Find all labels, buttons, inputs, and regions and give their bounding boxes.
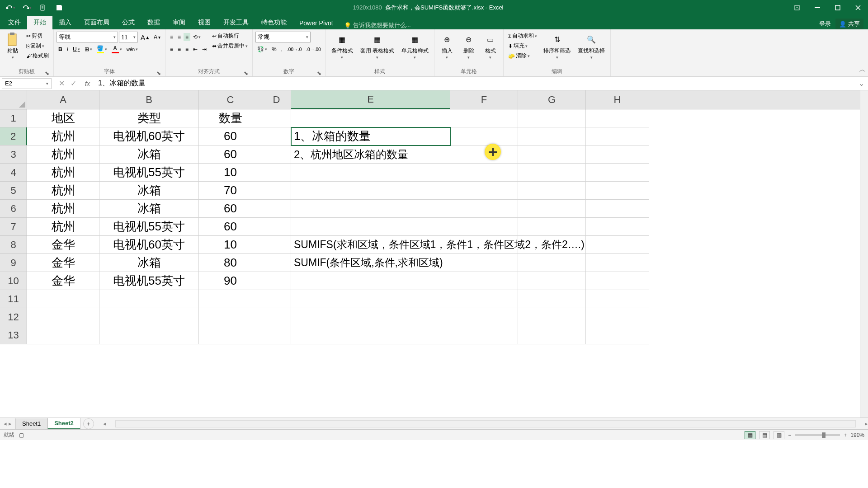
cell-B1[interactable]: 类型 <box>99 109 199 127</box>
decrease-decimal-button[interactable]: .0→.00 <box>304 46 322 53</box>
cell-C12[interactable] <box>199 308 262 326</box>
find-select-button[interactable]: 🔍查找和选择▾ <box>575 31 608 61</box>
orientation-button[interactable]: ⟲▾ <box>191 33 203 41</box>
cell-G7[interactable] <box>518 218 586 236</box>
accounting-format-button[interactable]: 💱▾ <box>255 45 269 53</box>
horizontal-scrollbar[interactable] <box>115 420 856 427</box>
cell-F9[interactable] <box>450 254 518 272</box>
increase-font-button[interactable]: A▴ <box>139 33 151 42</box>
cell-F6[interactable] <box>450 200 518 218</box>
cell-G10[interactable] <box>518 272 586 290</box>
cell-B2[interactable]: 电视机60英寸 <box>99 127 199 145</box>
delete-cells-button[interactable]: ⊖删除▾ <box>459 31 479 61</box>
col-header-C[interactable]: C <box>199 90 262 109</box>
cell-G13[interactable] <box>518 326 586 344</box>
tab-data[interactable]: 数据 <box>141 16 166 29</box>
cell-C8[interactable]: 10 <box>199 236 262 254</box>
redo-button[interactable]: ▾ <box>20 2 33 13</box>
italic-button[interactable]: I <box>65 45 70 53</box>
clear-button[interactable]: 🧽清除▾ <box>506 51 539 61</box>
cell-H13[interactable] <box>586 326 649 344</box>
cell-A3[interactable]: 杭州 <box>27 145 99 164</box>
cell-E1[interactable] <box>291 109 450 127</box>
col-header-H[interactable]: H <box>586 90 649 109</box>
fill-button[interactable]: ⬇填充▾ <box>506 41 539 51</box>
cell-H12[interactable] <box>586 308 649 326</box>
cell-F13[interactable] <box>450 326 518 344</box>
cell-A10[interactable]: 金华 <box>27 272 99 290</box>
cell-E8[interactable]: SUMIFS(求和区域，条件区域1，条件1，条件区域2，条件2….) <box>291 236 450 254</box>
enter-formula-button[interactable]: ✓ <box>68 79 79 88</box>
save-button[interactable] <box>52 2 66 13</box>
cancel-formula-button[interactable]: ✕ <box>56 79 67 88</box>
percent-format-button[interactable]: % <box>270 45 278 53</box>
cell-F3[interactable] <box>450 145 518 164</box>
sheet-tab-2[interactable]: Sheet2 <box>47 418 80 429</box>
vertical-scrollbar[interactable] <box>860 90 868 418</box>
col-header-E[interactable]: E <box>291 90 450 109</box>
select-all-button[interactable] <box>0 90 27 109</box>
align-bottom-button[interactable]: ≡ <box>184 33 190 41</box>
cell-F12[interactable] <box>450 308 518 326</box>
font-size-select[interactable]: 11▾ <box>119 32 138 42</box>
col-header-D[interactable]: D <box>262 90 291 109</box>
tell-me-search[interactable]: 💡 告诉我您想要做什么... <box>344 21 411 29</box>
cell-A12[interactable] <box>27 308 99 326</box>
cell-E13[interactable] <box>291 326 450 344</box>
cell-E11[interactable] <box>291 290 450 308</box>
tab-review[interactable]: 审阅 <box>166 16 192 29</box>
cell-D5[interactable] <box>262 182 291 200</box>
cell-B12[interactable] <box>99 308 199 326</box>
cell-C6[interactable]: 60 <box>199 200 262 218</box>
cell-A9[interactable]: 金华 <box>27 254 99 272</box>
cell-B10[interactable]: 电视机55英寸 <box>99 272 199 290</box>
row-header-5[interactable]: 5 <box>0 182 27 200</box>
row-header-9[interactable]: 9 <box>0 254 27 272</box>
collapse-ribbon-button[interactable]: ︿ <box>859 65 866 75</box>
cell-B9[interactable]: 冰箱 <box>99 254 199 272</box>
tab-insert[interactable]: 插入 <box>52 16 78 29</box>
cell-F10[interactable] <box>450 272 518 290</box>
merge-center-button[interactable]: ⬌合并后居中▾ <box>210 41 250 51</box>
cell-B4[interactable]: 电视机55英寸 <box>99 164 199 182</box>
conditional-format-button[interactable]: ▦条件格式▾ <box>329 31 356 61</box>
expand-formula-bar-button[interactable]: ⌄ <box>855 79 868 88</box>
add-sheet-button[interactable]: ＋ <box>83 418 94 429</box>
cell-E9[interactable]: SUMIF(条件区域,条件,求和区域) <box>291 254 450 272</box>
cell-D4[interactable] <box>262 164 291 182</box>
cell-E6[interactable] <box>291 200 450 218</box>
sort-filter-button[interactable]: ⇅排序和筛选▾ <box>541 31 573 61</box>
cell-F7[interactable] <box>450 218 518 236</box>
cell-A6[interactable]: 杭州 <box>27 200 99 218</box>
name-box[interactable]: E2▾ <box>2 78 52 89</box>
underline-button[interactable]: U▾ <box>71 45 82 53</box>
cell-B7[interactable]: 电视机55英寸 <box>99 218 199 236</box>
border-button[interactable]: ⊞▾ <box>83 45 94 53</box>
cell-C13[interactable] <box>199 326 262 344</box>
format-cells-button[interactable]: ▭格式▾ <box>481 31 500 61</box>
cell-D11[interactable] <box>262 290 291 308</box>
fx-icon[interactable]: fx <box>81 80 94 87</box>
align-right-button[interactable]: ≡ <box>184 45 190 53</box>
maximize-button[interactable] <box>827 0 848 15</box>
tab-file[interactable]: 文件 <box>2 16 27 29</box>
cell-C10[interactable]: 90 <box>199 272 262 290</box>
page-layout-view-button[interactable]: ▤ <box>759 431 770 439</box>
cell-C4[interactable]: 10 <box>199 164 262 182</box>
tab-special[interactable]: 特色功能 <box>255 16 293 29</box>
col-header-A[interactable]: A <box>27 90 99 109</box>
hscroll-left-button[interactable]: ◂ <box>103 420 106 427</box>
fill-color-button[interactable]: 🪣▾ <box>95 44 109 54</box>
cell-F2[interactable] <box>450 127 518 145</box>
col-header-G[interactable]: G <box>518 90 586 109</box>
cell-G12[interactable] <box>518 308 586 326</box>
cell-D2[interactable] <box>262 127 291 145</box>
cell-G1[interactable] <box>518 109 586 127</box>
cell-D3[interactable] <box>262 145 291 164</box>
phonetic-button[interactable]: wén▾ <box>125 46 140 53</box>
cell-C3[interactable]: 60 <box>199 145 262 164</box>
decrease-font-button[interactable]: A▾ <box>152 33 162 41</box>
cell-G3[interactable] <box>518 145 586 164</box>
ribbon-options-button[interactable] <box>787 0 807 15</box>
close-button[interactable] <box>848 0 868 15</box>
